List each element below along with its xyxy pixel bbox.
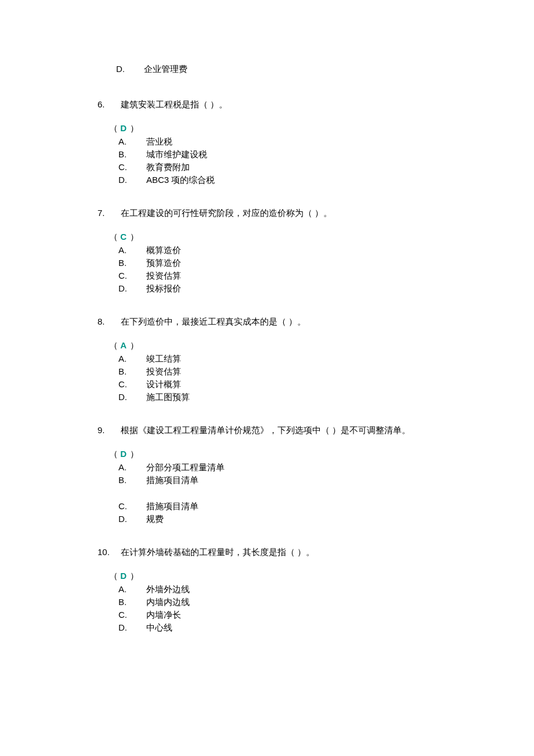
option-letter: C. bbox=[118, 501, 130, 511]
option-letter: C. bbox=[118, 271, 130, 280]
option-line: D.规费 bbox=[118, 514, 488, 525]
option-letter: B. bbox=[118, 258, 130, 268]
option-text: 投资估算 bbox=[146, 366, 488, 377]
option-text: 中心线 bbox=[146, 622, 488, 633]
option-line: B.内墙内边线 bbox=[118, 597, 488, 608]
question-row: 8.在下列造价中，最接近工程真实成本的是（ ）。 bbox=[46, 316, 488, 327]
option-line: D.施工图预算 bbox=[118, 392, 488, 403]
option-letter: B. bbox=[118, 149, 130, 159]
option-letter: C. bbox=[118, 162, 130, 172]
answer-paren-open: （ bbox=[109, 123, 118, 133]
answer-row: （ C ） bbox=[109, 232, 488, 243]
options-list: A.概算造价B.预算造价C.投资估算D.投标报价 bbox=[118, 245, 488, 294]
option-text: 规费 bbox=[146, 514, 488, 525]
question-row: 6.建筑安装工程税是指（ ）。 bbox=[46, 99, 488, 110]
options-list: A.营业税B.城市维护建设税C.教育费附加D.ABC3 项的综合税 bbox=[118, 136, 488, 186]
option-line: B.预算造价 bbox=[118, 258, 488, 269]
option-text: 内墙内边线 bbox=[146, 597, 488, 608]
option-text: 内墙净长 bbox=[146, 610, 488, 621]
question-number: 7. bbox=[46, 208, 121, 218]
page-content: D. 企业管理费 6.建筑安装工程税是指（ ）。（ D ）A.营业税B.城市维护… bbox=[0, 0, 534, 714]
question-block: 10.在计算外墙砖基础的工程量时，其长度是指（ ）。（ D ）A.外墙外边线B.… bbox=[46, 547, 488, 633]
option-letter: C. bbox=[118, 379, 130, 389]
question-row: 9.根据《建设工程工程量清单计价规范》，下列选项中（ ）是不可调整清单。 bbox=[46, 425, 488, 436]
option-text: 投标报价 bbox=[146, 283, 488, 294]
option-letter: D. bbox=[118, 392, 130, 402]
question-text: 在工程建设的可行性研究阶段，对应的造价称为（ ）。 bbox=[121, 208, 488, 219]
answer-row: （ D ） bbox=[109, 571, 488, 582]
answer-letter: D bbox=[120, 571, 130, 581]
answer-letter: C bbox=[120, 232, 130, 242]
option-text: 营业税 bbox=[146, 136, 488, 147]
option-line: D.ABC3 项的综合税 bbox=[118, 175, 488, 186]
option-line: A.竣工结算 bbox=[118, 354, 488, 365]
option-letter: D. bbox=[116, 64, 128, 74]
answer-paren-close: ） bbox=[130, 340, 139, 350]
option-line: B.投资估算 bbox=[118, 366, 488, 377]
question-text: 在计算外墙砖基础的工程量时，其长度是指（ ）。 bbox=[121, 547, 488, 558]
option-letter: B. bbox=[118, 366, 130, 376]
option-line: C.投资估算 bbox=[118, 271, 488, 282]
question-block: 6.建筑安装工程税是指（ ）。（ D ）A.营业税B.城市维护建设税C.教育费附… bbox=[46, 99, 488, 186]
question-number: 6. bbox=[46, 99, 121, 109]
option-letter: A. bbox=[118, 354, 130, 363]
option-line: A.分部分项工程量清单 bbox=[118, 462, 488, 473]
option-line: A.概算造价 bbox=[118, 245, 488, 256]
answer-paren-close: ） bbox=[130, 571, 139, 581]
option-text: 措施项目清单 bbox=[146, 501, 488, 512]
answer-paren-open: （ bbox=[109, 449, 118, 459]
orphan-option-line: D. 企业管理费 bbox=[116, 64, 488, 75]
question-row: 7.在工程建设的可行性研究阶段，对应的造价称为（ ）。 bbox=[46, 208, 488, 219]
answer-row: （ A ） bbox=[109, 340, 488, 351]
question-row: 10.在计算外墙砖基础的工程量时，其长度是指（ ）。 bbox=[46, 547, 488, 558]
option-letter: C. bbox=[118, 610, 130, 620]
option-line: D. 企业管理费 bbox=[116, 64, 488, 75]
options-list: A.外墙外边线B.内墙内边线C.内墙净长D.中心线 bbox=[118, 584, 488, 633]
question-block: 8.在下列造价中，最接近工程真实成本的是（ ）。（ A ）A.竣工结算B.投资估… bbox=[46, 316, 488, 403]
answer-paren-close: ） bbox=[130, 232, 139, 242]
option-letter: A. bbox=[118, 584, 130, 594]
option-text: 投资估算 bbox=[146, 271, 488, 282]
option-line: D.中心线 bbox=[118, 622, 488, 633]
question-number: 9. bbox=[46, 425, 121, 435]
answer-paren-open: （ bbox=[109, 232, 118, 242]
option-text: 措施项目清单 bbox=[146, 475, 488, 486]
option-line: D.投标报价 bbox=[118, 283, 488, 294]
option-letter: D. bbox=[118, 175, 130, 185]
option-text: 概算造价 bbox=[146, 245, 488, 256]
option-line: C.设计概算 bbox=[118, 379, 488, 390]
option-line: C.教育费附加 bbox=[118, 162, 488, 173]
answer-letter: D bbox=[120, 449, 130, 459]
option-letter: A. bbox=[118, 462, 130, 472]
option-text: ABC3 项的综合税 bbox=[146, 175, 488, 186]
option-text: 设计概算 bbox=[146, 379, 488, 390]
option-letter: D. bbox=[118, 514, 130, 524]
question-text: 根据《建设工程工程量清单计价规范》，下列选项中（ ）是不可调整清单。 bbox=[121, 425, 488, 436]
answer-paren-close: ） bbox=[130, 123, 139, 133]
option-letter: A. bbox=[118, 136, 130, 146]
answer-row: （ D ） bbox=[109, 123, 488, 134]
answer-letter: A bbox=[120, 340, 129, 350]
option-letter: A. bbox=[118, 245, 130, 255]
option-line: C.内墙净长 bbox=[118, 610, 488, 621]
question-block: 9.根据《建设工程工程量清单计价规范》，下列选项中（ ）是不可调整清单。（ D … bbox=[46, 425, 488, 525]
option-line: B.城市维护建设税 bbox=[118, 149, 488, 160]
options-list: A.分部分项工程量清单B.措施项目清单C.措施项目清单D.规费 bbox=[118, 462, 488, 525]
option-text: 分部分项工程量清单 bbox=[146, 462, 488, 473]
answer-paren-close: ） bbox=[130, 449, 139, 459]
question-text: 建筑安装工程税是指（ ）。 bbox=[121, 99, 488, 110]
option-text: 企业管理费 bbox=[144, 64, 488, 75]
option-text: 预算造价 bbox=[146, 258, 488, 269]
option-line: A.营业税 bbox=[118, 136, 488, 147]
option-letter: D. bbox=[118, 283, 130, 293]
option-letter: D. bbox=[118, 622, 130, 632]
option-text: 城市维护建设税 bbox=[146, 149, 488, 160]
question-block: 7.在工程建设的可行性研究阶段，对应的造价称为（ ）。（ C ）A.概算造价B.… bbox=[46, 208, 488, 294]
option-line: B.措施项目清单 bbox=[118, 475, 488, 486]
option-letter: B. bbox=[118, 475, 130, 485]
question-number: 10. bbox=[46, 547, 121, 557]
option-text: 外墙外边线 bbox=[146, 584, 488, 595]
option-letter: B. bbox=[118, 597, 130, 607]
option-line: C.措施项目清单 bbox=[118, 501, 488, 512]
answer-paren-open: （ bbox=[109, 340, 118, 350]
